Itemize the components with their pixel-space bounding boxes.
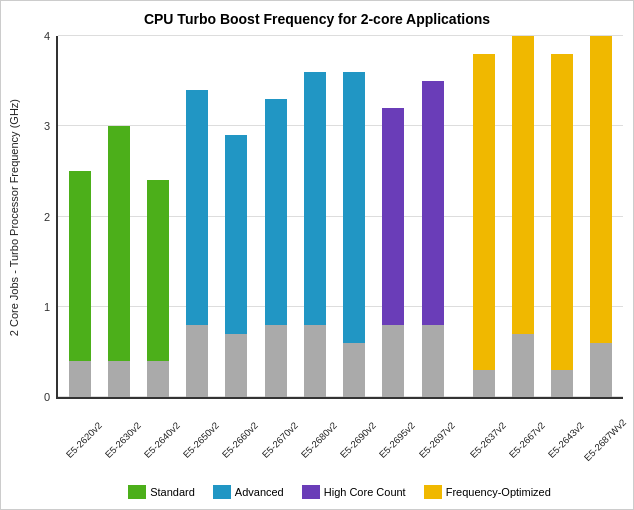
x-label-E5-2660v2: E5-2660v2 (220, 420, 260, 460)
bar-group-E5-2637v2: E5-2637v2 (464, 36, 503, 397)
bar-group-E5-2690v2: E5-2690v2 (335, 36, 374, 397)
bar-group-E5-2697v2: E5-2697v2 (413, 36, 452, 397)
bar-stack-E5-2650v2 (186, 90, 208, 397)
bar-base-segment (147, 180, 169, 360)
legend: StandardAdvancedHigh Core CountFrequency… (56, 485, 623, 499)
bar-group-E5-2630v2: E5-2630v2 (99, 36, 138, 397)
bar-base-segment (69, 171, 91, 361)
bar-stack-E5-2637v2 (473, 54, 495, 397)
legend-color-advanced (213, 485, 231, 499)
bar-base-segment (186, 90, 208, 325)
x-label-E5-2667v2: E5-2667v2 (507, 420, 547, 460)
y-axis-label: 2 Core Jobs - Turbo Processor Frequency … (6, 36, 22, 399)
x-label-E5-2680v2: E5-2680v2 (299, 420, 339, 460)
x-label-E5-2643v2: E5-2643v2 (546, 420, 586, 460)
x-label-E5-2697v2: E5-2697v2 (416, 420, 456, 460)
bar-top-segment (147, 361, 169, 397)
bar-base-segment (512, 36, 534, 334)
chart-title: CPU Turbo Boost Frequency for 2-core App… (1, 1, 633, 32)
legend-label-standard: Standard (150, 486, 195, 498)
bar-top-segment (225, 334, 247, 397)
bars-container: E5-2620v2E5-2630v2E5-2640v2E5-2650v2E5-2… (58, 36, 623, 397)
bar-stack-E5-2667v2 (512, 36, 534, 397)
bar-top-segment (473, 370, 495, 397)
y-tick-label-2: 2 (44, 211, 54, 223)
bar-base-segment (473, 54, 495, 370)
chart-inner: 01234 E5-2620v2E5-2630v2E5-2640v2E5-2650… (56, 36, 623, 399)
bar-group-E5-2667v2: E5-2667v2 (503, 36, 542, 397)
x-label-E5-2637v2: E5-2637v2 (468, 420, 508, 460)
bar-top-segment (186, 325, 208, 397)
bar-base-segment (304, 72, 326, 325)
bar-group-E5-2650v2: E5-2650v2 (178, 36, 217, 397)
bar-base-segment (265, 99, 287, 325)
legend-label-high-core-count: High Core Count (324, 486, 406, 498)
legend-item-standard: Standard (128, 485, 195, 499)
legend-color-standard (128, 485, 146, 499)
bar-group-E5-2680v2: E5-2680v2 (295, 36, 334, 397)
legend-color-frequency-optimized (424, 485, 442, 499)
legend-item-high-core-count: High Core Count (302, 485, 406, 499)
bar-group-E5-2620v2: E5-2620v2 (60, 36, 99, 397)
bar-stack-E5-2695v2 (382, 108, 404, 397)
legend-item-advanced: Advanced (213, 485, 284, 499)
bar-top-segment (304, 325, 326, 397)
legend-label-frequency-optimized: Frequency-Optimized (446, 486, 551, 498)
legend-item-frequency-optimized: Frequency-Optimized (424, 485, 551, 499)
bar-base-segment (225, 135, 247, 334)
bar-top-segment (551, 370, 573, 397)
x-label-E5-2650v2: E5-2650v2 (181, 420, 221, 460)
y-tick-label-1: 1 (44, 301, 54, 313)
bar-top-segment (343, 343, 365, 397)
bar-stack-E5-2670v2 (265, 99, 287, 397)
bar-group-E5-2660v2: E5-2660v2 (217, 36, 256, 397)
bar-stack-E5-2697v2 (422, 81, 444, 397)
x-label-E5-2630v2: E5-2630v2 (103, 420, 143, 460)
x-label-E5-2640v2: E5-2640v2 (142, 420, 182, 460)
bar-base-segment (422, 81, 444, 325)
x-label-E5-2670v2: E5-2670v2 (259, 420, 299, 460)
bar-base-segment (382, 108, 404, 325)
x-label-E5-2690v2: E5-2690v2 (338, 420, 378, 460)
x-label-E5-2687Wv2: E5-2687Wv2 (582, 417, 629, 464)
bar-group-E5-2640v2: E5-2640v2 (138, 36, 177, 397)
bar-group-E5-2670v2: E5-2670v2 (256, 36, 295, 397)
bar-stack-E5-2680v2 (304, 72, 326, 397)
legend-label-advanced: Advanced (235, 486, 284, 498)
bar-stack-E5-2630v2 (108, 126, 130, 397)
bar-stack-E5-2620v2 (69, 171, 91, 397)
bar-stack-E5-2687Wv2 (590, 36, 612, 397)
bar-group-E5-2643v2: E5-2643v2 (543, 36, 582, 397)
bar-top-segment (265, 325, 287, 397)
x-label-E5-2620v2: E5-2620v2 (63, 420, 103, 460)
legend-color-high-core-count (302, 485, 320, 499)
y-tick-label-4: 4 (44, 30, 54, 42)
bar-top-segment (69, 361, 91, 397)
bar-base-segment (590, 36, 612, 343)
bar-stack-E5-2640v2 (147, 180, 169, 397)
chart-container: CPU Turbo Boost Frequency for 2-core App… (0, 0, 634, 510)
y-tick-label-3: 3 (44, 120, 54, 132)
x-label-E5-2695v2: E5-2695v2 (377, 420, 417, 460)
bar-group-E5-2687Wv2: E5-2687Wv2 (582, 36, 621, 397)
bar-base-segment (551, 54, 573, 370)
bar-top-segment (590, 343, 612, 397)
bar-top-segment (422, 325, 444, 397)
bar-top-segment (108, 361, 130, 397)
bar-top-segment (382, 325, 404, 397)
bar-group-E5-2695v2: E5-2695v2 (374, 36, 413, 397)
bar-top-segment (512, 334, 534, 397)
bar-stack-E5-2643v2 (551, 54, 573, 397)
bar-stack-E5-2660v2 (225, 135, 247, 397)
bar-base-segment (108, 126, 130, 361)
bar-base-segment (343, 72, 365, 343)
y-tick-label-0: 0 (44, 391, 54, 403)
bar-stack-E5-2690v2 (343, 72, 365, 397)
